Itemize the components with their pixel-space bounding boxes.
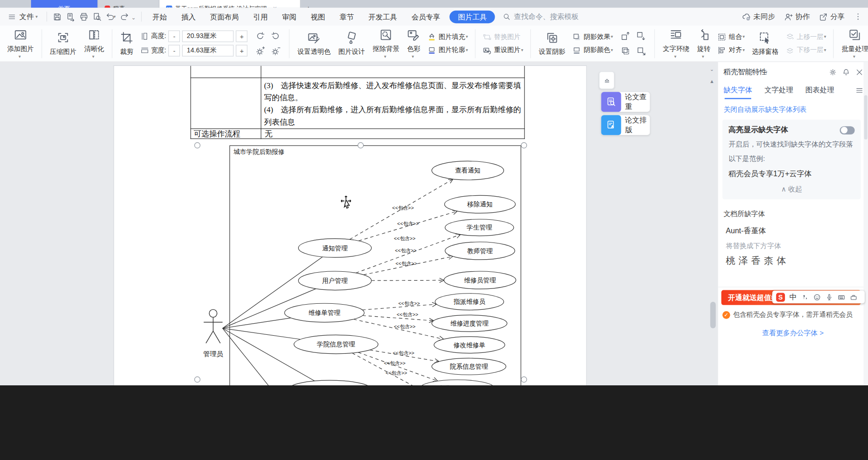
gear-icon[interactable] [829, 68, 837, 76]
brightness-up-button[interactable] [255, 46, 265, 56]
replace-image-button[interactable]: 替换图片 [483, 32, 523, 41]
print-button[interactable] [79, 12, 89, 21]
shadow-settings-button[interactable]: 设置阴影 [535, 31, 569, 56]
rotate-cw-button[interactable] [255, 31, 265, 41]
close-tab-icon[interactable]: × [273, 5, 277, 8]
selection-handle[interactable] [194, 377, 200, 383]
collaborate-button[interactable]: 协作 [784, 12, 810, 21]
use-case-node[interactable]: 维修员管理 [444, 271, 516, 289]
batch-process-button[interactable]: 批量处理▾ [838, 28, 868, 59]
highlight-toggle[interactable] [840, 126, 855, 134]
undo-button[interactable]: ▾ [106, 12, 116, 21]
scale-up-button[interactable] [621, 31, 631, 41]
picture-outline-button[interactable]: 图片轮廓▾ [428, 45, 468, 55]
picture-fill-button[interactable]: 图片填充▾ [428, 32, 468, 41]
shadow-color-button[interactable]: 阴影颜色▾ [573, 45, 613, 55]
increase-button[interactable]: + [236, 45, 248, 57]
ime-toolbox-icon[interactable] [850, 293, 858, 301]
ruler-toggle-icon[interactable]: ⌄ [708, 66, 715, 72]
ribbon-tab-4[interactable]: 审阅 [275, 8, 304, 25]
bring-forward-button[interactable]: 上移一层▾ [786, 32, 826, 41]
use-case-node[interactable]: 修改维修单 [434, 337, 505, 353]
use-case-node[interactable]: 教师管理 [445, 242, 515, 260]
ribbon-tab-5[interactable]: 视图 [304, 8, 332, 25]
crop-button[interactable]: 裁剪 [116, 31, 137, 56]
rotate-button[interactable]: 旋转▾ [693, 28, 714, 59]
ribbon-tab-6[interactable]: 章节 [332, 8, 361, 25]
panel-tab-0[interactable]: 缺失字体 [723, 85, 752, 95]
panel-tabs-menu-icon[interactable] [855, 86, 864, 95]
close-auto-display-link[interactable]: 关闭自动展示缺失字体列表 [723, 105, 806, 115]
vertical-scrollbar-thumb[interactable] [710, 302, 716, 328]
ribbon-tab-3[interactable]: 引用 [246, 8, 275, 25]
use-case-node[interactable]: 院系信息管理 [432, 358, 506, 375]
compress-image-button[interactable]: 压缩图片 [46, 31, 80, 56]
shadow-direction-button[interactable] [636, 46, 646, 56]
use-case-node[interactable]: 学院信息管理 [294, 335, 378, 354]
image-design-button[interactable]: 图片设计 [335, 31, 369, 56]
mic-icon[interactable] [825, 293, 833, 301]
collapse-side-buttons[interactable] [599, 71, 614, 89]
emoji-icon[interactable] [813, 293, 821, 301]
cloud-sync-button[interactable]: 未同步 [742, 12, 775, 21]
size-value-field[interactable]: 14.63厘米 [182, 45, 234, 57]
bell-icon[interactable] [842, 68, 850, 76]
increase-button[interactable]: + [236, 31, 248, 42]
tab-picture-tools[interactable]: 图片工具 [450, 10, 495, 23]
punctuation-icon[interactable] [801, 293, 809, 301]
use-case-node[interactable]: 维修进度管理 [432, 315, 507, 332]
file-menu-button[interactable]: 文件 ▾ [0, 12, 43, 21]
selection-handle[interactable] [521, 377, 527, 383]
ime-toolbar[interactable]: S 中 [772, 291, 864, 303]
transparent-color-button[interactable]: 设置透明色 [294, 31, 334, 56]
use-case-node[interactable]: 学生管理 [445, 219, 514, 236]
clarify-button[interactable]: 清晰化▾ [80, 28, 108, 59]
rotate-ccw-button[interactable] [271, 31, 281, 41]
use-case-node[interactable]: 用户管理 [298, 271, 371, 290]
ribbon-tab-7[interactable]: 开发工具 [361, 8, 404, 25]
paper-layout-button[interactable]: 论文排版 [601, 115, 650, 135]
more-fonts-link[interactable]: 查看更多办公字体 > [718, 329, 868, 338]
ribbon-tab-0[interactable]: 开始 [145, 8, 174, 25]
window-tab-docer[interactable]: 稻壳 [98, 0, 160, 8]
selection-handle[interactable] [521, 142, 527, 148]
ribbon-tab-2[interactable]: 页面布局 [203, 8, 246, 25]
use-case-node[interactable]: 专业信息管理 [420, 380, 494, 385]
use-case-node[interactable]: 查看通知 [432, 161, 504, 180]
document-area[interactable]: (3) 选择快速发布后勤维修、进入发布维修信息页面、显示发布维修需要填写的信息。… [0, 62, 717, 385]
use-case-node[interactable]: 维修单管理 [285, 303, 364, 322]
scale-down-button[interactable] [636, 31, 646, 41]
group-button[interactable]: 组合▾ [718, 32, 745, 41]
save-button[interactable] [52, 12, 62, 21]
use-case-diagram[interactable]: 城市学院后勤报修管理员<<包含>><<包含>><<包含>><<包含>><<包含>… [0, 62, 704, 385]
close-icon[interactable] [855, 68, 864, 76]
selection-handle[interactable] [357, 142, 364, 148]
use-case-node[interactable]: 移除通知 [445, 195, 516, 213]
use-case-node[interactable]: 指派维修员 [435, 294, 504, 310]
more-menu-button[interactable] [854, 12, 862, 21]
scroll-up-icon[interactable]: ▲ [708, 79, 715, 84]
use-case-node[interactable]: 通知管理 [298, 239, 371, 258]
panel-scrollbar[interactable] [863, 62, 868, 385]
remove-background-button[interactable]: 抠除背景▾ [369, 28, 403, 59]
color-button[interactable]: 色彩▾ [403, 28, 424, 59]
ribbon-tab-1[interactable]: 插入 [174, 8, 203, 25]
add-image-button[interactable]: 添加图片▾ [3, 28, 38, 59]
reset-image-button[interactable]: 重设图片▾ [483, 45, 523, 55]
new-tab-button[interactable]: + [300, 0, 316, 8]
use-case-node[interactable]: 维修材料管理 [288, 380, 372, 385]
panel-tab-2[interactable]: 图表处理 [805, 85, 834, 95]
window-tab-home[interactable]: 首页 [31, 0, 98, 8]
brightness-down-button[interactable] [271, 46, 281, 56]
export-button[interactable] [66, 12, 75, 21]
collapse-link[interactable]: ∧ 收起 [728, 185, 855, 194]
paper-check-button[interactable]: 论文查重 [601, 92, 650, 112]
size-value-field[interactable]: 20.93厘米 [182, 31, 234, 42]
window-tab-doc[interactable]: W基于ssm后勤报修系统 设计与实现× [160, 0, 300, 8]
preview-button[interactable] [92, 12, 102, 21]
redo-button[interactable] [120, 12, 129, 21]
shadow-effect-button[interactable]: 阴影效果▾ [573, 32, 613, 41]
ribbon-tab-8[interactable]: 会员专享 [404, 8, 447, 25]
selection-handle[interactable] [194, 142, 200, 148]
shadow-toggle-button[interactable] [621, 46, 631, 56]
